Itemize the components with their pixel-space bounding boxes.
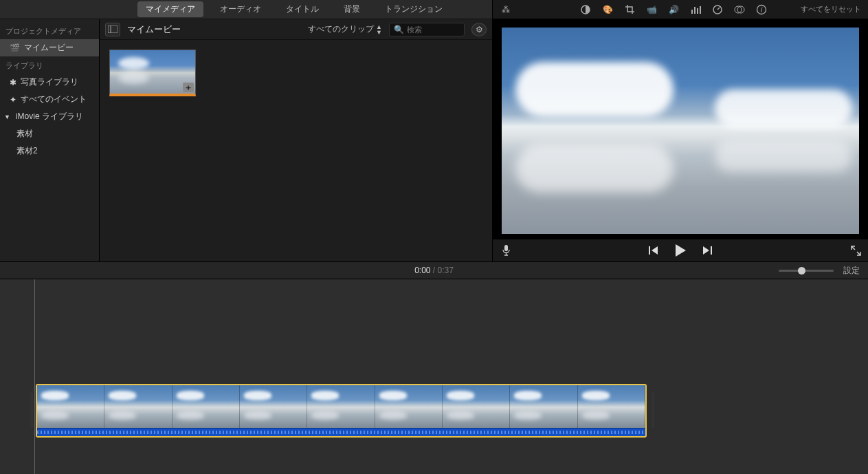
sidebar-item-material1[interactable]: 素材 <box>0 125 99 142</box>
sidebar-item-imovie-library[interactable]: ▼ iMovie ライブラリ <box>0 108 99 125</box>
preview-frame[interactable] <box>502 28 859 234</box>
tab-background[interactable]: 背景 <box>335 1 368 17</box>
time-display: 0:00 / 0:37 <box>414 266 454 275</box>
sidebar-item-label: 写真ライブラリ <box>21 76 78 88</box>
flower-icon: ✱ <box>10 78 16 87</box>
svg-rect-0 <box>108 25 118 33</box>
speaker-icon: 🔊 <box>669 5 679 14</box>
overlap-circles-icon <box>734 5 745 14</box>
add-clip-button[interactable]: + <box>183 83 194 92</box>
svg-rect-5 <box>697 8 698 14</box>
svg-rect-14 <box>649 246 650 255</box>
zoom-knob[interactable] <box>798 267 805 274</box>
transport-bar <box>493 239 868 261</box>
sidebar-item-my-movie[interactable]: 🎬 マイムービー <box>0 39 99 56</box>
next-button[interactable] <box>702 245 713 256</box>
browser-header: マイムービー すべてのクリップ ▲▼ 🔍 ⚙ <box>100 19 492 40</box>
disclosure-down-icon: ▼ <box>4 114 10 120</box>
star-icon: ✦ <box>10 95 16 105</box>
voiceover-button[interactable] <box>500 244 512 257</box>
wand-icon: ⁂ <box>502 5 510 14</box>
expand-icon <box>851 246 861 256</box>
svg-rect-4 <box>694 7 695 14</box>
info-button[interactable]: i <box>755 3 768 16</box>
play-icon <box>674 244 687 257</box>
zoom-slider[interactable] <box>779 270 834 272</box>
reset-all-button[interactable]: すべてをリセット <box>801 4 861 14</box>
prev-button[interactable] <box>648 245 659 256</box>
palette-icon: 🎨 <box>603 5 613 14</box>
clip-thumbnail[interactable]: + <box>109 50 196 96</box>
sidebar-header-project-media: プロジェクトメディア <box>0 22 99 39</box>
microphone-icon <box>502 244 511 257</box>
svg-rect-13 <box>504 245 508 251</box>
svg-rect-3 <box>691 10 693 14</box>
camera-icon: 📹 <box>647 5 657 14</box>
stabilize-button[interactable]: 📹 <box>645 3 658 16</box>
duration: 0:37 <box>438 266 454 275</box>
noise-equalizer-button[interactable] <box>689 3 702 16</box>
clip-filter-dropdown[interactable]: すべてのクリップ ▲▼ <box>308 23 382 35</box>
clip-filter-button[interactable] <box>733 3 746 16</box>
sidebar: プロジェクトメディア 🎬 マイムービー ライブラリ ✱ 写真ライブラリ ✦ すべ… <box>0 19 100 261</box>
crop-button[interactable] <box>623 3 636 16</box>
viewer-toolbar: ⁂ 🎨 📹 🔊 i すべてをリセット <box>493 0 868 19</box>
browser-title: マイムービー <box>127 23 301 36</box>
info-icon: i <box>756 4 767 15</box>
sidebar-header-library: ライブラリ <box>0 56 99 74</box>
playhead[interactable] <box>34 279 35 474</box>
play-button[interactable] <box>674 244 687 257</box>
gear-icon: ⚙ <box>476 25 483 34</box>
clip-filter-label: すべてのクリップ <box>308 23 374 35</box>
chevron-updown-icon: ▲▼ <box>376 24 382 35</box>
svg-line-8 <box>717 8 720 10</box>
clip-browser: + <box>100 40 492 106</box>
clip-trim-handle-right[interactable] <box>652 392 654 428</box>
preview-viewer <box>493 19 868 239</box>
volume-button[interactable]: 🔊 <box>667 3 680 16</box>
svg-text:i: i <box>761 6 763 14</box>
tab-transition[interactable]: トランジション <box>377 1 451 17</box>
media-tab-bar: マイメディア オーディオ タイトル 背景 トランジション <box>0 0 492 19</box>
clip-audio-waveform[interactable] <box>37 428 645 436</box>
half-circle-icon <box>580 4 591 15</box>
sidebar-item-label: iMovie ライブラリ <box>16 111 83 122</box>
speed-button[interactable] <box>711 3 724 16</box>
crop-icon <box>625 4 635 14</box>
enhance-wand-button[interactable]: ⁂ <box>500 3 512 16</box>
sidebar-item-photo-library[interactable]: ✱ 写真ライブラリ <box>0 74 99 91</box>
timeline-clip[interactable] <box>36 384 647 438</box>
sidebar-item-label: マイムービー <box>24 42 74 54</box>
tab-my-media[interactable]: マイメディア <box>137 1 203 17</box>
search-input[interactable]: 🔍 <box>389 23 465 36</box>
skip-back-icon <box>648 245 659 256</box>
toggle-sidebar-button[interactable] <box>105 23 120 36</box>
timeline[interactable] <box>0 279 868 474</box>
sidebar-item-label: すべてのイベント <box>21 94 87 105</box>
sidebar-item-all-events[interactable]: ✦ すべてのイベント <box>0 91 99 108</box>
fullscreen-button[interactable] <box>851 246 861 256</box>
svg-rect-6 <box>700 6 701 14</box>
time-ruler-bar: 0:00 / 0:37 設定 <box>0 261 868 279</box>
tab-audio[interactable]: オーディオ <box>212 1 269 17</box>
timeline-settings-button[interactable]: 設定 <box>843 265 860 277</box>
search-icon: 🔍 <box>394 25 404 34</box>
equalizer-icon <box>691 5 701 14</box>
tab-title[interactable]: タイトル <box>278 1 327 17</box>
sidebar-icon <box>108 25 118 33</box>
skip-forward-icon <box>702 245 713 256</box>
speedometer-icon <box>712 4 723 15</box>
sidebar-item-material2[interactable]: 素材2 <box>0 142 99 160</box>
color-correction-button[interactable]: 🎨 <box>601 3 614 16</box>
current-time: 0:00 <box>414 266 430 275</box>
settings-gear-button[interactable]: ⚙ <box>471 23 487 36</box>
clapper-icon: 🎬 <box>10 43 20 53</box>
svg-rect-15 <box>711 246 712 255</box>
clip-trim-handle-left[interactable] <box>30 392 33 428</box>
search-field[interactable] <box>407 25 455 34</box>
color-balance-button[interactable] <box>579 3 592 16</box>
clip-filmstrip <box>37 385 645 428</box>
